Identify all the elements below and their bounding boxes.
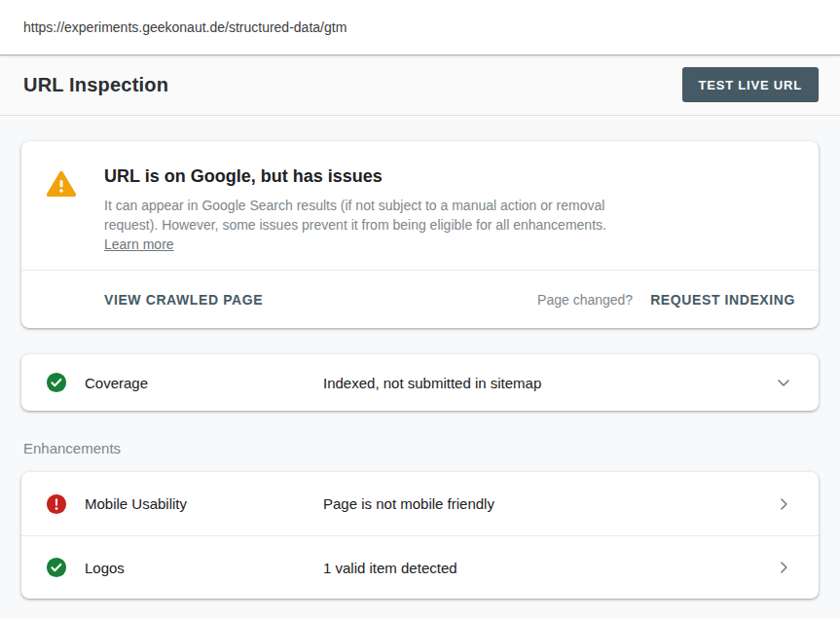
request-indexing-link[interactable]: REQUEST INDEXING	[650, 292, 795, 308]
coverage-row[interactable]: Coverage Indexed, not submitted in sitem…	[21, 354, 819, 411]
url-bar[interactable]: https://experiments.geekonaut.de/structu…	[0, 0, 840, 55]
status-text-block: URL is on Google, but has issues It can …	[104, 164, 654, 254]
test-live-url-button[interactable]: TEST LIVE URL	[682, 67, 819, 102]
enhancement-label: Logos	[85, 560, 323, 576]
status-card-actions: VIEW CRAWLED PAGE Page changed? REQUEST …	[21, 270, 819, 328]
enhancement-row-mobile-usability[interactable]: Mobile Usability Page is not mobile frie…	[21, 472, 819, 535]
check-circle-icon	[46, 557, 67, 578]
enhancements-card: Mobile Usability Page is not mobile frie…	[21, 472, 819, 599]
warning-triangle-icon	[44, 167, 79, 200]
status-card-main: URL is on Google, but has issues It can …	[21, 141, 819, 270]
indexing-actions: Page changed? REQUEST INDEXING	[537, 292, 795, 308]
enhancement-row-logos[interactable]: Logos 1 valid item detected	[21, 535, 819, 599]
coverage-value: Indexed, not submitted in sitemap	[323, 375, 774, 391]
page-header: URL Inspection TEST LIVE URL	[0, 55, 840, 116]
enhancements-section-label: Enhancements	[23, 436, 819, 456]
enhancement-value: Page is not mobile friendly	[323, 495, 774, 512]
view-crawled-page-link[interactable]: VIEW CRAWLED PAGE	[104, 292, 263, 308]
page-changed-label: Page changed?	[537, 292, 633, 308]
error-circle-icon	[46, 493, 67, 515]
coverage-label: Coverage	[85, 375, 323, 391]
status-description: It can appear in Google Search results (…	[104, 196, 654, 235]
page-title: URL Inspection	[23, 74, 168, 96]
chevron-right-icon[interactable]	[774, 558, 793, 577]
chevron-right-icon[interactable]	[774, 494, 793, 514]
status-card: URL is on Google, but has issues It can …	[21, 141, 819, 328]
main-content: URL is on Google, but has issues It can …	[0, 116, 840, 599]
status-title: URL is on Google, but has issues	[104, 164, 654, 188]
chevron-down-icon[interactable]	[774, 373, 793, 392]
check-circle-icon	[46, 372, 67, 393]
enhancement-value: 1 valid item detected	[323, 560, 774, 576]
learn-more-link[interactable]: Learn more	[104, 235, 174, 254]
enhancement-label: Mobile Usability	[85, 495, 323, 512]
coverage-card[interactable]: Coverage Indexed, not submitted in sitem…	[21, 354, 819, 411]
inspected-url: https://experiments.geekonaut.de/structu…	[23, 19, 347, 35]
